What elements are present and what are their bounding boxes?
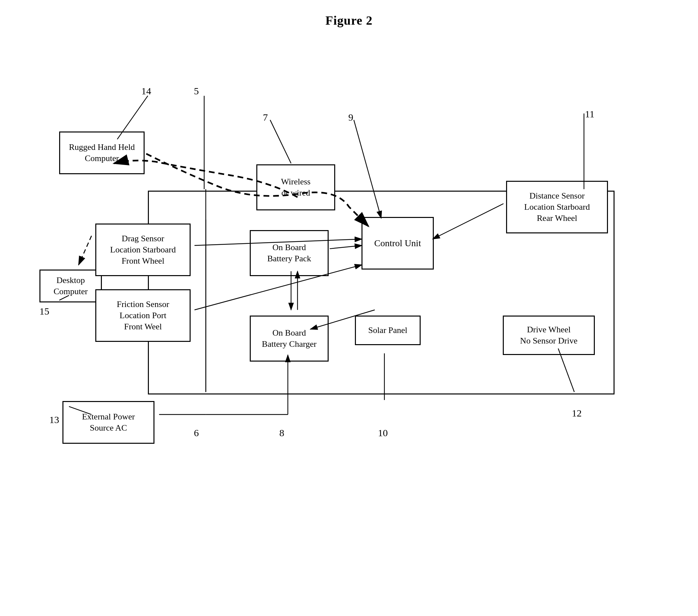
- battery-pack-box: On Board Battery Pack: [250, 230, 329, 276]
- distance-sensor-box: Distance Sensor Location Starboard Rear …: [506, 181, 608, 233]
- ref-14: 14: [141, 85, 151, 97]
- battery-charger-box: On Board Battery Charger: [250, 316, 329, 361]
- external-power-box: External Power Source AC: [62, 401, 154, 444]
- ref-9: 9: [348, 112, 353, 123]
- control-unit-box: Control Unit: [362, 217, 434, 270]
- ref-12: 12: [572, 408, 582, 419]
- drag-sensor-box: Drag Sensor Location Starboard Front Whe…: [95, 223, 191, 276]
- friction-sensor-box: Friction Sensor Location Port Front Weel: [95, 289, 191, 342]
- desktop-computer-box: Desktop Computer: [39, 270, 102, 302]
- svg-line-7: [270, 120, 291, 163]
- figure-title: Figure 2: [0, 0, 698, 28]
- ref-11: 11: [585, 108, 595, 120]
- rugged-computer-box: Rugged Hand Held Computer: [59, 132, 144, 174]
- ref-10: 10: [378, 427, 388, 438]
- wireless-box: Wireless or wired: [256, 164, 335, 210]
- ref-8: 8: [279, 427, 284, 438]
- ref-5: 5: [194, 85, 199, 97]
- ref-15: 15: [39, 306, 49, 317]
- ref-6: 6: [194, 427, 199, 438]
- ref-7: 7: [263, 112, 268, 123]
- solar-panel-box: Solar Panel: [355, 316, 421, 345]
- drive-wheel-box: Drive Wheel No Sensor Drive: [503, 316, 595, 355]
- ref-13: 13: [49, 414, 59, 425]
